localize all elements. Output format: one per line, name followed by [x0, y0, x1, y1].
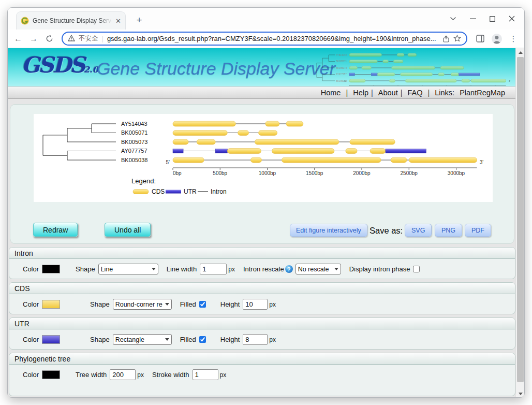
section-cds-header: CDS — [9, 283, 515, 294]
px-unit-label: px — [228, 266, 235, 273]
tab-search-chevron-icon[interactable] — [450, 17, 456, 21]
section-utr: UTR Color Shape Rectangle Filled Height … — [9, 317, 515, 350]
svg-text:Legend:: Legend: — [131, 177, 156, 185]
browser-window: Gene Structure Display Server ✕ + ← → 不安… — [7, 7, 525, 398]
new-tab-button[interactable]: + — [133, 14, 145, 26]
banner-watermark-figure: AY514043BK005071BK005073AY077757BK005038… — [315, 50, 513, 86]
svg-text:BK005071: BK005071 — [121, 129, 147, 136]
address-bar[interactable]: 不安全 | gsds.gao-lab.org/Gsds_result.php?r… — [62, 32, 467, 46]
section-intron-header: Intron — [9, 248, 515, 259]
url-separator: | — [102, 35, 104, 42]
utr-filled-checkbox[interactable] — [199, 336, 206, 343]
svg-text:3000bp: 3000bp — [448, 170, 465, 176]
px-unit-label: px — [269, 301, 276, 308]
minimize-button[interactable] — [470, 16, 476, 22]
main-nav: Home|Help|About|FAQ | Links: PlantRegMap — [8, 86, 516, 99]
save-svg-button[interactable]: SVG — [405, 224, 432, 237]
menu-dots-icon[interactable]: ⋮ — [507, 32, 520, 46]
px-unit-label: px — [137, 371, 144, 379]
intron-shape-select[interactable]: Line — [98, 264, 158, 274]
nav-separator: | — [371, 89, 373, 97]
cds-shape-label: Shape — [90, 300, 110, 308]
nav-links-label: Links: — [435, 89, 454, 97]
nav-separator: | — [427, 89, 430, 97]
intron-line-width-input[interactable] — [200, 264, 227, 274]
svg-text:AY077757: AY077757 — [121, 148, 147, 154]
page-scrollbar[interactable] — [515, 48, 524, 398]
undo-all-button[interactable]: Undo all — [105, 223, 151, 237]
help-icon[interactable]: ? — [285, 265, 293, 273]
tree-color-label: Color — [23, 371, 39, 379]
svg-text:BK005073: BK005073 — [336, 67, 347, 69]
svg-text:BK005038: BK005038 — [121, 157, 147, 163]
cds-shape-select[interactable]: Round-corner rect — [113, 299, 172, 310]
tree-width-label: Tree width — [76, 371, 107, 379]
forward-button[interactable]: → — [27, 33, 40, 45]
save-pdf-button[interactable]: PDF — [465, 224, 491, 237]
svg-text:AY514043: AY514043 — [336, 54, 347, 56]
nav-link-plantregmap[interactable]: PlantRegMap — [460, 89, 505, 97]
intron-color-swatch[interactable] — [42, 265, 60, 273]
bookmark-star-icon[interactable] — [453, 35, 461, 42]
intron-phase-checkbox[interactable] — [413, 266, 420, 272]
nav-item-help[interactable]: Help — [353, 89, 368, 97]
tab-close-icon[interactable]: ✕ — [115, 18, 121, 24]
back-button[interactable]: ← — [12, 33, 24, 45]
svg-text:BK005073: BK005073 — [121, 139, 147, 145]
scrollbar-thumb[interactable] — [517, 57, 524, 382]
save-png-button[interactable]: PNG — [435, 224, 462, 237]
cds-filled-checkbox[interactable] — [199, 301, 206, 308]
nav-item-faq[interactable]: FAQ — [407, 89, 422, 97]
nav-separator: | — [346, 89, 348, 97]
intron-shape-label: Shape — [76, 265, 95, 273]
stroke-width-input[interactable] — [193, 369, 218, 380]
side-panel-icon[interactable] — [474, 32, 487, 46]
gene-structure-figure: AY514043BK005071BK005073AY077757BK005038… — [34, 114, 493, 202]
result-panel: AY514043BK005071BK005073AY077757BK005038… — [10, 104, 514, 244]
svg-text:1000bp: 1000bp — [259, 170, 276, 176]
maximize-button[interactable] — [490, 16, 495, 22]
svg-text:3': 3' — [509, 79, 511, 82]
browser-toolbar: ← → 不安全 | gsds.gao-lab.org/Gsds_result.p… — [8, 30, 524, 48]
nav-item-about[interactable]: About — [378, 89, 398, 97]
utr-height-input[interactable] — [243, 334, 268, 345]
share-icon[interactable] — [442, 35, 450, 42]
utr-color-swatch[interactable] — [42, 335, 60, 344]
utr-shape-select[interactable]: Rectangle — [113, 334, 172, 345]
cds-filled-label: Filled — [180, 300, 196, 308]
chevron-down-icon — [152, 268, 156, 270]
gsds-logo: GSDS2.0 — [21, 54, 98, 76]
utr-color-label: Color — [23, 336, 39, 343]
save-as-label: Save as: — [370, 226, 403, 236]
utr-shape-label: Shape — [90, 336, 110, 343]
titlebar: Gene Structure Display Server ✕ + — [8, 8, 524, 30]
tree-color-swatch[interactable] — [42, 370, 60, 379]
scroll-down-icon[interactable] — [516, 389, 525, 398]
close-button[interactable] — [509, 16, 515, 22]
utr-filled-label: Filled — [180, 336, 196, 343]
cds-height-input[interactable] — [243, 299, 268, 310]
browser-tab[interactable]: Gene Structure Display Server ✕ — [16, 11, 126, 30]
svg-text:AY514043: AY514043 — [121, 121, 147, 127]
url-text[interactable]: gsds.gao-lab.org/Gsds_result.php?ran=CMZ… — [107, 35, 439, 42]
cds-color-swatch[interactable] — [42, 300, 60, 309]
svg-text:CDS: CDS — [152, 188, 165, 195]
section-utr-header: UTR — [9, 318, 515, 329]
svg-text:5': 5' — [344, 79, 346, 82]
intron-rescale-select[interactable]: No rescale — [295, 264, 341, 274]
scroll-up-icon[interactable] — [516, 48, 525, 56]
redraw-button[interactable]: Redraw — [33, 223, 78, 237]
stroke-width-label: Stroke width — [152, 371, 189, 379]
not-secure-warning-icon[interactable] — [68, 34, 75, 44]
edit-figure-button[interactable]: Edit figure interactively — [290, 224, 367, 237]
nav-item-home[interactable]: Home — [321, 89, 341, 97]
cds-color-label: Color — [23, 300, 39, 308]
svg-text:0bp: 0bp — [173, 170, 182, 176]
favicon-gsds-icon — [21, 17, 29, 25]
reload-button[interactable] — [43, 33, 55, 45]
site-title: Gene Structure Display Server — [97, 59, 335, 79]
profile-avatar-icon[interactable] — [490, 32, 504, 46]
chevron-down-icon — [165, 303, 169, 306]
gsds-logo-version: 2.0 — [84, 65, 98, 75]
tree-width-input[interactable] — [110, 369, 136, 380]
